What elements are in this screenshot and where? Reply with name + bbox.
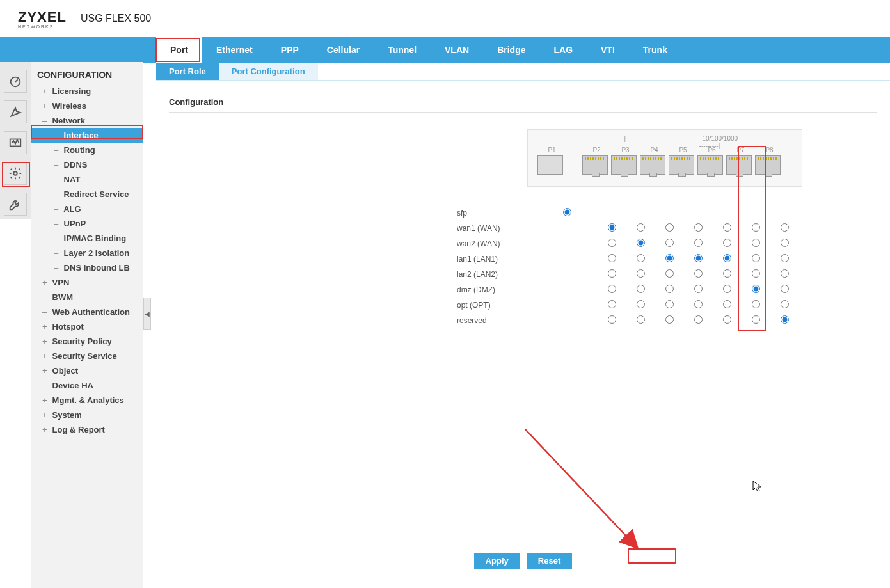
nav-hotspot[interactable]: + Hotspot <box>31 319 143 334</box>
role-radio-p7-lan1[interactable] <box>752 254 760 262</box>
nav-ip-mac-binding[interactable]: – IP/MAC Binding <box>31 231 143 246</box>
role-radio-p1-sfp[interactable] <box>563 208 571 216</box>
tab-cellular[interactable]: Cellular <box>313 37 374 63</box>
nav-security-service[interactable]: + Security Service <box>31 349 143 363</box>
nav-redirect-service[interactable]: – Redirect Service <box>31 187 143 202</box>
role-radio-p2-reserved[interactable] <box>608 315 616 324</box>
role-radio-p8-wan1[interactable] <box>781 223 789 232</box>
nav-network[interactable]: – Network <box>31 113 143 128</box>
nav-log-report[interactable]: + Log & Report <box>31 422 143 437</box>
role-radio-p4-opt[interactable] <box>665 300 674 308</box>
nav-security-policy[interactable]: + Security Policy <box>31 334 143 349</box>
nav-bwm[interactable]: – BWM <box>31 290 143 305</box>
role-radio-p7-lan2[interactable] <box>752 269 760 278</box>
nav-layer-2-isolation[interactable]: – Layer 2 Isolation <box>31 246 143 260</box>
tab-ethernet[interactable]: Ethernet <box>202 37 267 63</box>
role-radio-p6-reserved[interactable] <box>723 315 731 324</box>
role-radio-p6-wan2[interactable] <box>723 239 731 247</box>
role-radio-p6-wan1[interactable] <box>723 223 731 232</box>
role-radio-p7-reserved[interactable] <box>752 315 760 324</box>
tab-vti[interactable]: VTI <box>587 37 629 63</box>
role-radio-p2-wan1[interactable] <box>608 223 616 232</box>
role-radio-p5-opt[interactable] <box>694 300 703 308</box>
role-radio-p3-wan1[interactable] <box>637 223 645 232</box>
role-radio-p3-lan2[interactable] <box>637 269 645 278</box>
nav-dns-inbound-lb[interactable]: – DNS Inbound LB <box>31 260 143 275</box>
role-radio-p3-reserved[interactable] <box>637 315 645 324</box>
role-label: dmz (DMZ) <box>457 285 553 294</box>
tab-vlan[interactable]: VLAN <box>431 37 483 63</box>
tab-lag[interactable]: LAG <box>539 37 587 63</box>
role-radio-p3-lan1[interactable] <box>637 254 645 262</box>
role-radio-p7-opt[interactable] <box>752 300 760 308</box>
apply-button[interactable]: Apply <box>474 553 520 569</box>
nav-object[interactable]: + Object <box>31 363 143 378</box>
subtab-port-configuration[interactable]: Port Configuration <box>219 63 318 80</box>
role-radio-p5-dmz[interactable] <box>694 285 703 293</box>
nav-nat[interactable]: – NAT <box>31 172 143 187</box>
role-radio-p5-wan1[interactable] <box>694 223 703 232</box>
role-radio-p4-wan1[interactable] <box>665 223 674 232</box>
tab-ppp[interactable]: PPP <box>267 37 313 63</box>
role-radio-p5-lan1[interactable] <box>694 254 703 262</box>
reset-button[interactable]: Reset <box>527 553 572 569</box>
nav-web-authentication[interactable]: – Web Authentication <box>31 305 143 319</box>
role-radio-p2-wan2[interactable] <box>608 239 616 247</box>
nav-device-ha[interactable]: – Device HA <box>31 378 143 393</box>
nav-ddns[interactable]: – DDNS <box>31 157 143 172</box>
role-radio-p7-wan1[interactable] <box>752 223 760 232</box>
role-label: wan2 (WAN) <box>457 239 553 248</box>
configuration-gear-icon[interactable] <box>4 162 27 185</box>
main-tabbar: PortEthernetPPPCellularTunnelVLANBridgeL… <box>0 37 890 63</box>
nav-mgmt-analytics[interactable]: + Mgmt. & Analytics <box>31 393 143 408</box>
role-radio-p4-lan2[interactable] <box>665 269 674 278</box>
tab-bridge[interactable]: Bridge <box>483 37 539 63</box>
role-radio-p3-dmz[interactable] <box>637 285 645 293</box>
role-radio-p3-opt[interactable] <box>637 300 645 308</box>
subtab-port-role[interactable]: Port Role <box>156 63 219 80</box>
role-radio-p2-lan2[interactable] <box>608 269 616 278</box>
role-radio-p6-dmz[interactable] <box>723 285 731 293</box>
role-radio-p6-lan1[interactable] <box>723 254 731 262</box>
nav-wireless[interactable]: + Wireless <box>31 99 143 113</box>
nav-upnp[interactable]: – UPnP <box>31 216 143 231</box>
nav-interface[interactable]: – Interface <box>31 128 143 143</box>
nav-system[interactable]: + System <box>31 408 143 422</box>
nav-routing[interactable]: – Routing <box>31 143 143 157</box>
tab-port[interactable]: Port <box>156 37 202 63</box>
dashboard-icon[interactable] <box>4 70 27 93</box>
role-radio-p3-wan2[interactable] <box>637 239 645 247</box>
wizard-icon[interactable] <box>4 100 27 123</box>
role-radio-p5-wan2[interactable] <box>694 239 703 247</box>
role-radio-p7-wan2[interactable] <box>752 239 760 247</box>
port-jack-p6 <box>697 155 723 175</box>
role-radio-p8-opt[interactable] <box>781 300 789 308</box>
role-radio-p4-reserved[interactable] <box>665 315 674 324</box>
tab-tunnel[interactable]: Tunnel <box>374 37 431 63</box>
role-radio-p4-dmz[interactable] <box>665 285 674 293</box>
role-radio-p6-opt[interactable] <box>723 300 731 308</box>
role-radio-p2-opt[interactable] <box>608 300 616 308</box>
tab-trunk[interactable]: Trunk <box>629 37 681 63</box>
nav-licensing[interactable]: + Licensing <box>31 84 143 99</box>
monitor-icon[interactable] <box>4 131 27 154</box>
role-radio-p7-dmz[interactable] <box>752 285 760 293</box>
port-label-p6: P6 <box>697 147 726 154</box>
nav-alg[interactable]: – ALG <box>31 202 143 216</box>
svg-point-2 <box>13 171 17 175</box>
role-radio-p8-lan2[interactable] <box>781 269 789 278</box>
nav-vpn[interactable]: + VPN <box>31 275 143 290</box>
role-radio-p8-reserved[interactable] <box>781 315 789 324</box>
role-radio-p2-dmz[interactable] <box>608 285 616 293</box>
maintenance-icon[interactable] <box>4 193 27 216</box>
role-radio-p4-wan2[interactable] <box>665 239 674 247</box>
role-radio-p5-lan2[interactable] <box>694 269 703 278</box>
role-radio-p8-dmz[interactable] <box>781 285 789 293</box>
role-radio-p5-reserved[interactable] <box>694 315 703 324</box>
role-radio-p6-lan2[interactable] <box>723 269 731 278</box>
role-radio-p8-wan2[interactable] <box>781 239 789 247</box>
role-radio-p8-lan1[interactable] <box>781 254 789 262</box>
role-radio-p2-lan1[interactable] <box>608 254 616 262</box>
sidebar-collapse-handle[interactable]: ◀ <box>143 298 151 330</box>
role-radio-p4-lan1[interactable] <box>665 254 674 262</box>
